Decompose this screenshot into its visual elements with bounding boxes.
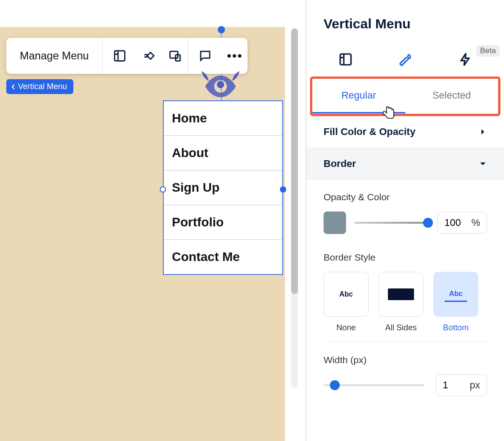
chevron-down-icon (479, 160, 487, 168)
chevron-right-icon (479, 128, 487, 136)
width-slider-thumb[interactable] (330, 380, 340, 390)
opacity-slider-thumb[interactable] (423, 218, 433, 228)
fill-section-header[interactable]: Fill Color & Opacity (306, 116, 504, 148)
fill-section-label: Fill Color & Opacity (324, 126, 415, 138)
border-section-header[interactable]: Border (306, 148, 504, 180)
canvas-area: Manage Menu ••• Vertical Menu Home About (0, 0, 306, 441)
svg-rect-4 (340, 54, 351, 65)
opacity-color-label: Opacity & Color (324, 192, 487, 202)
panel-mode-tabs: Beta (306, 42, 504, 76)
width-value-box[interactable]: px (436, 374, 487, 396)
menu-item-home[interactable]: Home (164, 101, 282, 136)
style-preview-rect (388, 288, 414, 300)
style-label-none: None (324, 323, 369, 333)
design-tab-icon[interactable] (396, 50, 414, 68)
responsive-icon[interactable] (162, 38, 188, 74)
opacity-slider[interactable] (354, 222, 429, 224)
scrollbar-thumb[interactable] (291, 28, 298, 294)
separator (324, 342, 487, 342)
state-tabs-highlight: Regular Selected (310, 76, 500, 116)
interactions-tab-icon[interactable] (456, 50, 474, 68)
layout-icon[interactable] (103, 38, 136, 74)
panel-title: Vertical Menu (306, 0, 504, 42)
decorative-logo-icon (194, 68, 248, 99)
chevron-left-icon (11, 84, 16, 90)
menu-item-contact[interactable]: Contact Me (164, 240, 282, 274)
width-label: Width (px) (324, 355, 487, 365)
menu-item-portfolio[interactable]: Portfolio (164, 205, 282, 240)
layout-tab-icon[interactable] (337, 50, 355, 68)
border-color-swatch[interactable] (324, 212, 346, 234)
vertical-menu-component[interactable]: Home About Sign Up Portfolio Contact Me (163, 100, 283, 275)
style-preview-text: Abc (445, 287, 467, 302)
top-anchor-handle[interactable] (218, 26, 225, 33)
breadcrumb[interactable]: Vertical Menu (6, 79, 73, 94)
tab-selected[interactable]: Selected (405, 79, 499, 113)
border-style-label: Border Style (324, 252, 487, 263)
border-style-bottom[interactable]: Abc Bottom (433, 272, 478, 333)
style-label-all: All Sides (378, 323, 423, 333)
menu-item-signup[interactable]: Sign Up (164, 171, 282, 205)
border-style-none[interactable]: Abc None (324, 272, 369, 333)
width-input[interactable] (443, 379, 466, 391)
width-slider[interactable] (324, 384, 424, 386)
menu-item-about[interactable]: About (164, 136, 282, 171)
resize-handle-right[interactable] (280, 186, 286, 193)
cursor-hand-icon (381, 105, 397, 121)
border-style-all[interactable]: All Sides (378, 272, 423, 333)
opacity-unit: % (471, 217, 480, 229)
manage-menu-button[interactable]: Manage Menu (6, 50, 102, 62)
transition-icon[interactable] (136, 38, 162, 74)
opacity-input[interactable] (444, 217, 468, 229)
svg-point-3 (217, 81, 224, 88)
svg-rect-0 (115, 51, 125, 61)
opacity-value-box[interactable]: % (437, 212, 487, 234)
beta-badge: Beta (477, 45, 500, 57)
breadcrumb-label: Vertical Menu (18, 82, 67, 91)
border-section-body: Opacity & Color % Border Style Abc None … (306, 180, 504, 396)
style-label-bottom: Bottom (433, 323, 478, 333)
style-preview-text: Abc (339, 290, 353, 298)
width-unit: px (470, 379, 480, 391)
resize-handle-left[interactable] (160, 186, 166, 193)
border-section-label: Border (324, 158, 356, 170)
inspector-panel: Vertical Menu Beta Regular Selected Fill… (306, 0, 504, 441)
